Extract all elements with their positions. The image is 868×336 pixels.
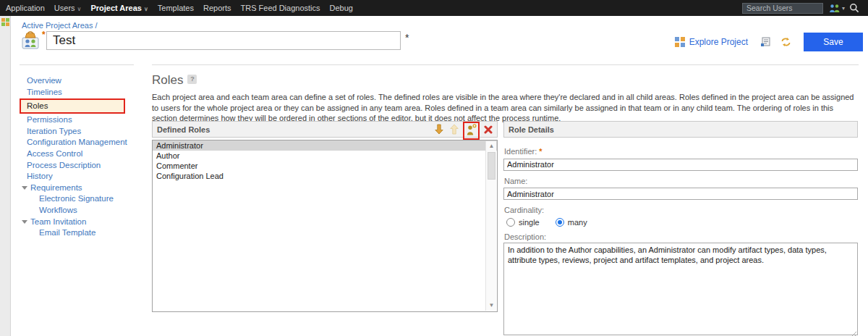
divider <box>20 64 134 65</box>
name-label: Name: <box>504 177 858 185</box>
help-icon[interactable]: ? <box>187 75 197 84</box>
cardinality-single-radio[interactable] <box>506 218 515 227</box>
cardinality-single-label[interactable]: single <box>519 218 540 227</box>
role-list-item[interactable]: Commenter <box>153 161 497 171</box>
explore-project-link[interactable]: Explore Project <box>689 37 748 47</box>
nav-trs-feed-diagnostics[interactable]: TRS Feed Diagnostics <box>240 4 320 12</box>
explore-project-icon[interactable] <box>674 36 686 48</box>
sidebar-item-timelines[interactable]: Timelines <box>22 87 149 98</box>
cardinality-options: single many <box>506 218 858 227</box>
role-details-form: Identifier: * Name: Cardinality: single … <box>503 140 858 336</box>
scroll-up-icon[interactable]: ▲ <box>486 141 497 151</box>
expander-icon[interactable] <box>22 220 27 224</box>
scrollbar-thumb[interactable] <box>488 152 495 180</box>
section-sidebar: Overview Timelines Roles Permissions Ite… <box>22 75 149 239</box>
refresh-icon[interactable] <box>780 37 791 47</box>
role-list-item[interactable]: Author <box>153 151 497 161</box>
move-down-button[interactable] <box>434 124 444 135</box>
sidebar-item-permissions[interactable]: Permissions <box>22 114 149 126</box>
sidebar-item-requirements[interactable]: Requirements <box>22 182 149 194</box>
app-grid-icon[interactable] <box>1 18 9 26</box>
cardinality-many-radio[interactable] <box>556 218 564 227</box>
page-title: Roles? <box>152 73 197 88</box>
section-description: Each project area and each team area can… <box>152 92 859 124</box>
cardinality-many-label[interactable]: many <box>568 218 587 227</box>
annotation-box-add-role <box>463 122 480 140</box>
modified-marker: * <box>405 32 409 43</box>
cardinality-label: Cardinality: <box>504 206 858 214</box>
list-scrollbar[interactable]: ▲ ▼ <box>485 141 496 311</box>
add-role-button[interactable] <box>466 124 477 136</box>
nav-application[interactable]: Application <box>6 4 45 12</box>
required-marker: * <box>42 30 46 40</box>
divider <box>152 64 859 65</box>
chevron-down-icon: ∨ <box>144 6 148 12</box>
defined-roles-panel: Defined Roles Administrator Author Comme… <box>152 121 498 138</box>
sidebar-item-access-control[interactable]: Access Control <box>22 148 149 160</box>
identifier-input[interactable] <box>503 159 858 171</box>
name-input[interactable] <box>503 188 858 200</box>
defined-roles-title: Defined Roles <box>157 125 429 134</box>
nav-templates[interactable]: Templates <box>158 4 194 12</box>
sidebar-item-configuration-management[interactable]: Configuration Management <box>22 137 149 148</box>
defined-roles-header: Defined Roles <box>152 121 498 138</box>
sidebar-item-process-description[interactable]: Process Description <box>22 160 149 172</box>
header-actions: Explore Project Save <box>674 33 863 51</box>
top-navbar: Application Users∨ Project Areas∨ Templa… <box>0 0 868 16</box>
pending-changes-icon[interactable] <box>760 37 770 47</box>
sidebar-item-history[interactable]: History <box>22 171 149 182</box>
search-icon[interactable] <box>849 3 859 13</box>
breadcrumb[interactable]: Active Project Areas / <box>22 21 98 30</box>
chevron-down-icon: ∨ <box>77 6 82 12</box>
defined-roles-list: Administrator Author Commenter Configura… <box>152 140 498 312</box>
sidebar-item-iteration-types[interactable]: Iteration Types <box>22 126 149 138</box>
role-details-header: Role Details <box>503 121 858 138</box>
nav-reports[interactable]: Reports <box>203 4 231 12</box>
delete-role-button[interactable] <box>484 125 493 134</box>
user-filter-icon[interactable] <box>829 4 841 13</box>
save-button[interactable]: Save <box>804 33 863 51</box>
nav-debug[interactable]: Debug <box>330 4 353 12</box>
collapsed-panel-strip[interactable] <box>0 16 11 336</box>
identifier-label: Identifier: * <box>504 147 858 156</box>
sidebar-item-team-invitation[interactable]: Team Invitation <box>22 217 149 228</box>
role-list-item[interactable]: Configuration Lead <box>153 171 497 181</box>
search-input[interactable] <box>742 3 823 14</box>
role-details-panel: Role Details Identifier: * Name: Cardina… <box>503 121 858 138</box>
scroll-down-icon[interactable]: ▼ <box>486 301 497 311</box>
sidebar-item-workflows[interactable]: Workflows <box>22 205 149 217</box>
nav-users[interactable]: Users∨ <box>54 4 82 12</box>
sidebar-item-roles[interactable]: Roles <box>20 98 125 114</box>
sidebar-item-electronic-signature[interactable]: Electronic Signature <box>22 193 149 205</box>
required-marker: * <box>539 147 542 156</box>
project-area-icon <box>20 30 41 54</box>
chevron-down-icon[interactable]: ▾ <box>842 5 845 12</box>
move-up-button[interactable] <box>449 124 459 135</box>
description-label: Description: <box>504 232 858 241</box>
role-details-title: Role Details <box>509 125 853 134</box>
description-textarea[interactable]: In addition to the Author capabilities, … <box>503 243 858 335</box>
role-list-item[interactable]: Administrator <box>153 140 497 151</box>
sidebar-item-overview[interactable]: Overview <box>22 75 149 87</box>
project-name-input[interactable] <box>46 31 401 50</box>
expander-icon[interactable] <box>22 186 27 190</box>
nav-project-areas[interactable]: Project Areas∨ <box>90 4 148 12</box>
sidebar-item-email-template[interactable]: Email Template <box>22 227 149 239</box>
